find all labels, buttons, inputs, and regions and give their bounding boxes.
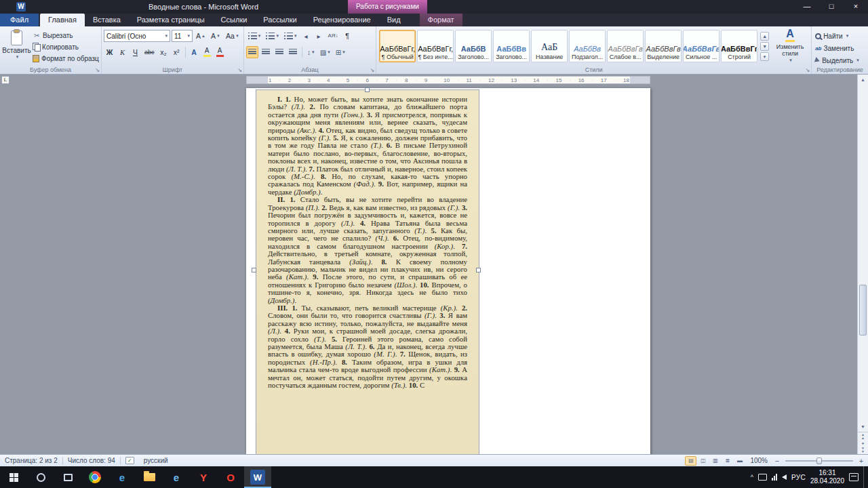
word-count[interactable]: Число слов: 94	[63, 455, 120, 466]
justify-button[interactable]	[287, 46, 299, 58]
tab-view[interactable]: Вид	[379, 14, 409, 26]
show-paragraph-marks-button[interactable]: ¶	[342, 30, 353, 42]
scrollbar-track[interactable]	[858, 85, 868, 422]
task-view-icon[interactable]	[54, 466, 81, 488]
view-print-layout-button[interactable]: ▤	[685, 456, 696, 466]
tab-mailings[interactable]: Рассылки	[255, 14, 304, 26]
volume-tray-icon[interactable]	[782, 474, 787, 480]
zoom-out-button[interactable]: −	[772, 457, 782, 465]
align-center-button[interactable]	[260, 46, 272, 58]
replace-button[interactable]: ab Заменить	[814, 43, 866, 54]
increase-indent-button[interactable]: ▸	[313, 30, 324, 42]
horizontal-ruler[interactable]: 1·2·3·4·5·6·7·8·9·10·11·12·13·14·15·16·1…	[246, 76, 650, 84]
ie-icon[interactable]: e	[163, 466, 190, 488]
opera-icon[interactable]: O	[217, 466, 244, 488]
multilevel-list-button[interactable]: ▾	[282, 30, 299, 42]
zoom-slider-thumb[interactable]	[816, 458, 822, 464]
image-resize-handle-left[interactable]	[252, 268, 256, 272]
subscript-button[interactable]: x₂	[158, 46, 170, 58]
style-card-5[interactable]: АаБНазвание	[531, 30, 568, 62]
strikethrough-button[interactable]: abc	[142, 46, 157, 58]
font-color-button[interactable]: А	[214, 46, 226, 58]
language-indicator[interactable]: русский	[139, 455, 173, 466]
view-draft-button[interactable]: ▬	[734, 456, 745, 466]
yandex-browser-icon[interactable]: Y	[190, 466, 217, 488]
change-case-button[interactable]: Аа▼	[224, 30, 241, 42]
align-left-button[interactable]	[246, 46, 258, 58]
paste-button[interactable]: Вставить ▾	[2, 28, 31, 64]
italic-button[interactable]: К	[117, 46, 128, 58]
shading-button[interactable]: ▨▾	[318, 46, 332, 58]
vertical-scrollbar[interactable]: ▲ ▼ ▲▲ ● ▼▼	[857, 75, 868, 454]
file-explorer-icon[interactable]	[136, 466, 163, 488]
paste-dropdown-arrow[interactable]: ▾	[16, 54, 19, 60]
tab-home[interactable]: Главная	[40, 14, 85, 26]
tab-file[interactable]: Файл	[0, 14, 39, 26]
scanned-book-image[interactable]: I. 1. Но, может быть, вы хотите знать ок…	[256, 90, 479, 454]
word-app-icon[interactable]: W	[16, 2, 26, 12]
line-spacing-button[interactable]: ↕▾	[305, 46, 317, 58]
text-effects-button[interactable]: А	[189, 46, 200, 58]
styles-scroll-up-button[interactable]: ▲	[760, 32, 769, 41]
style-card-2[interactable]: АаБбВвГг,¶ Без инте...	[417, 30, 454, 62]
font-size-dropdown-icon[interactable]: ▾	[187, 33, 190, 39]
document-page[interactable]: I. 1. Но, может быть, вы хотите знать ок…	[246, 88, 650, 454]
highlight-color-button[interactable]: А	[201, 46, 213, 58]
tab-format-contextual[interactable]: Формат	[420, 14, 462, 26]
word-taskbar-icon[interactable]: W	[244, 466, 271, 488]
sort-button[interactable]: АЯ↓	[326, 30, 340, 42]
select-button[interactable]: Выделить▾	[814, 55, 866, 66]
format-painter-button[interactable]: Формат по образцу	[31, 53, 99, 64]
font-family-combo[interactable]: Calibri (Осно ▾	[104, 30, 170, 42]
input-language-indicator[interactable]: РУС	[791, 474, 806, 481]
styles-scroll-down-button[interactable]: ▼	[760, 42, 769, 51]
page-indicator[interactable]: Страница: 2 из 2	[0, 455, 62, 466]
styles-dialog-launcher[interactable]: ↘	[805, 67, 810, 73]
bullets-button[interactable]: ▾	[246, 30, 263, 42]
shrink-font-button[interactable]: А▼	[209, 30, 222, 42]
maximize-button[interactable]: □	[819, 0, 844, 14]
style-card-4[interactable]: АаБбВвЗаголово...	[493, 30, 530, 62]
chrome-icon[interactable]	[81, 466, 108, 488]
tab-page-layout[interactable]: Разметка страницы	[129, 14, 213, 26]
font-dialog-launcher[interactable]: ↘	[237, 67, 242, 73]
style-card-3[interactable]: АаБбВЗаголово...	[455, 30, 492, 62]
search-icon[interactable]	[27, 466, 54, 488]
grow-font-button[interactable]: А▲	[194, 30, 208, 42]
show-desktop-button[interactable]	[863, 466, 867, 488]
network-tray-icon[interactable]	[772, 474, 777, 481]
cut-button[interactable]: ✂ Вырезать	[31, 30, 99, 41]
minimize-button[interactable]: —	[795, 0, 819, 14]
style-card-9[interactable]: АаБбВвГвСильное ...	[683, 30, 719, 62]
tab-review[interactable]: Рецензирование	[305, 14, 379, 26]
view-full-screen-reading-button[interactable]: ◫	[697, 456, 709, 466]
tab-references[interactable]: Ссылки	[213, 14, 256, 26]
zoom-in-button[interactable]: +	[856, 457, 866, 465]
style-card-1[interactable]: АаБбВвГг,¶ Обычный	[379, 30, 416, 62]
display-tray-icon[interactable]	[758, 474, 767, 481]
bold-button[interactable]: Ж	[104, 46, 115, 58]
edge-icon[interactable]: e	[108, 466, 136, 488]
tab-stop-selector[interactable]: L	[1, 76, 9, 84]
underline-button[interactable]: Ч	[130, 46, 141, 58]
font-size-combo[interactable]: 11 ▾	[172, 30, 193, 42]
previous-page-button[interactable]: ▲▲	[861, 432, 865, 441]
proofing-status[interactable]: ✓	[121, 455, 139, 466]
borders-button[interactable]: ⊞▾	[334, 46, 347, 58]
start-button[interactable]	[0, 466, 27, 488]
align-right-button[interactable]	[273, 46, 285, 58]
superscript-button[interactable]: x²	[171, 46, 182, 58]
image-resize-handle-top[interactable]	[365, 87, 370, 92]
font-family-dropdown-icon[interactable]: ▾	[165, 33, 167, 39]
close-button[interactable]: ×	[844, 0, 868, 14]
select-browse-object-button[interactable]: ●	[862, 441, 865, 446]
image-resize-handle-right[interactable]	[476, 268, 481, 272]
scroll-down-arrow[interactable]: ▼	[858, 422, 868, 432]
zoom-level[interactable]: 100%	[745, 457, 772, 464]
scroll-up-arrow[interactable]: ▲	[858, 75, 868, 85]
find-button[interactable]: Найти▾	[814, 30, 866, 41]
style-card-6[interactable]: АаБбВвПодзагол...	[569, 30, 606, 62]
view-outline-button[interactable]: ≣	[722, 456, 733, 466]
style-card-10[interactable]: АаБбВвГгСтрогий	[721, 30, 757, 62]
paragraph-dialog-launcher[interactable]: ↘	[370, 67, 374, 73]
